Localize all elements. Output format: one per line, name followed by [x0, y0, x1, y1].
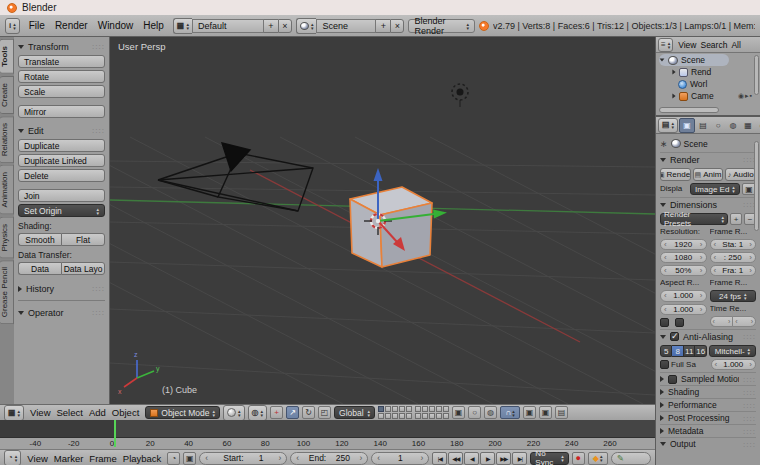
mode-selector[interactable]: Object Mode — [145, 406, 220, 419]
panel-header-operator[interactable]: Operator — [18, 306, 105, 319]
outliner-item-scene[interactable]: Scene — [659, 54, 729, 66]
scale-button[interactable]: Scale — [18, 85, 105, 98]
tab-render-layers[interactable]: ▤ — [696, 119, 710, 132]
frame-end-field[interactable]: : 250 — [710, 252, 757, 263]
layer-cell[interactable] — [399, 413, 405, 419]
render-animation-button[interactable]: ▤ Anim — [693, 168, 724, 181]
layer-cell[interactable] — [415, 406, 421, 412]
info-editor-type-selector[interactable]: i — [5, 18, 20, 34]
tab-world[interactable]: ◍ — [726, 119, 740, 132]
scene-browse-button[interactable] — [296, 18, 317, 34]
shelf-tab-physics[interactable]: Physics — [0, 217, 14, 259]
menu-select[interactable]: Select — [54, 407, 86, 418]
panel-header-output[interactable]: Output — [660, 437, 756, 450]
layer-cell[interactable] — [392, 406, 398, 412]
menu-window[interactable]: Window — [93, 20, 139, 31]
layout-name-field[interactable]: Default — [192, 19, 264, 33]
outliner-item-renderlayers[interactable]: Rend — [659, 66, 760, 78]
render-restrict-icon[interactable]: ▪ — [750, 92, 752, 100]
render-button[interactable]: ▣ Render — [660, 168, 691, 181]
menu-help[interactable]: Help — [138, 20, 169, 31]
tab-render[interactable]: ▣ — [679, 118, 695, 133]
panel-header-performance[interactable]: Performance — [660, 398, 756, 411]
cube-object[interactable] — [350, 187, 432, 267]
menu-search[interactable]: Search — [698, 40, 729, 50]
aa-filter-dropdown[interactable]: Mitchell- — [709, 345, 756, 357]
resolution-y-field[interactable]: 1080 — [660, 252, 707, 263]
outliner-vertical-scrollbar[interactable] — [754, 55, 759, 95]
layer-cell[interactable] — [422, 413, 428, 419]
layer-cell[interactable] — [422, 406, 428, 412]
pin-icon[interactable]: ∗ — [660, 139, 668, 149]
start-frame-field[interactable]: ‹ Start: 1 › — [199, 452, 287, 465]
layer-cell[interactable] — [436, 406, 442, 412]
duplicate-linked-button[interactable]: Duplicate Linked — [18, 154, 105, 167]
rotate-manipulator-button[interactable]: ↻ — [302, 406, 315, 419]
auto-keyframe-button[interactable]: ● — [572, 452, 585, 465]
sampled-motion-bl-checkbox[interactable] — [668, 375, 677, 384]
snap-toggle-button[interactable]: ∩ — [500, 406, 520, 419]
translate-manipulator-button[interactable]: ↗ — [286, 406, 299, 419]
viewport-shading-selector[interactable] — [223, 405, 245, 421]
layer-cell[interactable] — [406, 413, 412, 419]
menu-object[interactable]: Object — [109, 407, 142, 418]
sync-mode-dropdown[interactable]: No Sync — [530, 452, 568, 465]
layer-cell[interactable] — [443, 413, 449, 419]
jump-to-next-keyframe-button[interactable]: ▶▶ — [496, 452, 511, 465]
render-audio-button[interactable]: ♪ Audio — [725, 168, 756, 181]
end-frame-field[interactable]: ‹ End: 250 › — [290, 452, 368, 465]
border-checkbox[interactable] — [660, 318, 669, 327]
current-frame-field[interactable]: ‹ 1 › — [371, 452, 429, 465]
frame-rate-dropdown[interactable]: 24 fps — [710, 290, 757, 302]
layer-cell[interactable] — [406, 406, 412, 412]
menu-view[interactable]: View — [27, 407, 53, 418]
timeline-ruler[interactable]: -40-200204060801001201401601802002202402… — [0, 437, 655, 450]
mirror-button[interactable]: Mirror — [18, 105, 105, 118]
resolution-x-field[interactable]: 1920 — [660, 239, 707, 250]
layer-cell[interactable] — [378, 413, 384, 419]
panel-header-edit[interactable]: Edit — [18, 124, 105, 137]
properties-vertical-scrollbar[interactable] — [754, 141, 759, 231]
play-reverse-button[interactable]: ◀ — [464, 452, 479, 465]
viewport-editor-type-selector[interactable]: ▦ — [4, 405, 24, 421]
filter-size-field[interactable]: 1.000 — [711, 359, 757, 370]
timeline-editor-type-selector[interactable]: ◔ — [4, 450, 21, 465]
smooth-button[interactable]: Smooth — [18, 233, 61, 246]
data-layout-button[interactable]: Data Layo — [61, 262, 105, 275]
tab-object[interactable]: ▦ — [741, 119, 755, 132]
shelf-tab-animation[interactable]: Animation — [0, 165, 14, 215]
translate-button[interactable]: Translate — [18, 55, 105, 68]
proportional-edit-button[interactable]: ○ — [468, 406, 481, 419]
layer-cell[interactable] — [378, 406, 384, 412]
frame-step-field[interactable]: Fra: 1 — [710, 265, 757, 276]
pivot-center-selector[interactable]: ◎ — [248, 405, 268, 421]
duplicate-button[interactable]: Duplicate — [18, 139, 105, 152]
outliner-item-camera[interactable]: Came ◉ ▸ ▪ — [659, 90, 760, 102]
tab-scene[interactable]: ○ — [711, 119, 725, 132]
keying-set-field[interactable]: ✎ — [611, 452, 651, 465]
jump-to-end-button[interactable]: ▶| — [512, 452, 527, 465]
preview-range-button[interactable]: ◔ — [167, 452, 180, 465]
data-button[interactable]: Data — [18, 262, 61, 275]
join-button[interactable]: Join — [18, 189, 105, 202]
menu-marker[interactable]: Marker — [51, 453, 87, 464]
add-scene-button[interactable]: + — [376, 19, 390, 33]
set-origin-dropdown[interactable]: Set Origin — [18, 204, 105, 217]
antialiasing-checkbox[interactable] — [670, 332, 679, 341]
frame-start-field[interactable]: Sta: 1 — [710, 239, 757, 250]
transform-orientation-selector[interactable]: Global — [334, 406, 375, 419]
resolution-percentage-field[interactable]: 50% — [660, 265, 707, 276]
layout-browse-button[interactable]: ▦ — [173, 18, 192, 34]
aspect-x-field[interactable]: 1.000 — [660, 290, 707, 302]
render-engine-selector[interactable]: Blender Render — [408, 19, 475, 33]
delete-scene-button[interactable]: × — [390, 19, 404, 33]
shelf-tab-relations[interactable]: Relations — [0, 116, 14, 163]
add-preset-button[interactable]: + — [730, 213, 742, 225]
aa-samples-8-button[interactable]: 8 — [672, 345, 683, 357]
panel-header-history[interactable]: History — [18, 282, 105, 295]
manipulator-toggle-button[interactable]: + — [270, 406, 283, 419]
lock-to-scene-button[interactable]: ▣ — [452, 406, 465, 419]
shelf-tab-create[interactable]: Create — [0, 76, 14, 114]
aa-samples-16-button[interactable]: 16 — [695, 345, 706, 357]
layer-cell[interactable] — [385, 413, 391, 419]
